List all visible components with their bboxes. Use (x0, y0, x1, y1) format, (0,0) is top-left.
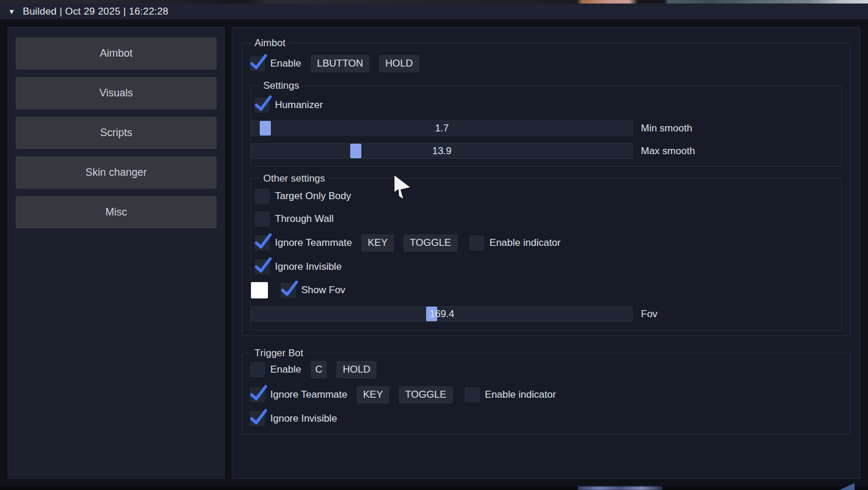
trigger-ignore-invisible-label: Ignore Invisible (270, 413, 337, 425)
aimbot-groupbox: Aimbot Enable LBUTTON HOLD Settings Huma… (242, 43, 850, 336)
humanizer-checkbox[interactable] (255, 98, 270, 113)
other-settings-group-title: Other settings (260, 173, 329, 185)
check-icon (281, 280, 298, 297)
main-panel: Aimbot Enable LBUTTON HOLD Settings Huma… (232, 27, 860, 479)
trigger-ignore-invisible-checkbox[interactable] (250, 411, 265, 426)
fov-label: Fov (641, 308, 657, 320)
aimbot-ignore-teammate-label: Ignore Teammate (275, 237, 352, 249)
aimbot-keymode-button[interactable]: HOLD (379, 55, 419, 72)
aimbot-enable-row: Enable LBUTTON HOLD (242, 55, 850, 72)
trigger-ignore-invisible-row: Ignore Invisible (242, 411, 850, 426)
min-smooth-slider-row: 1.7 Min smooth (251, 120, 841, 136)
through-wall-row: Through Wall (251, 211, 841, 227)
trigger-ignore-teammate-checkbox[interactable] (250, 387, 265, 402)
min-smooth-value: 1.7 (252, 121, 632, 135)
aimbot-ignore-invisible-row: Ignore Invisible (251, 259, 841, 274)
trigger-ignore-teammate-row: Ignore Teammate KEY TOGGLE Enable indica… (242, 386, 850, 404)
aimbot-enable-indicator-checkbox[interactable] (469, 235, 484, 251)
settings-group-title: Settings (260, 80, 302, 92)
sidebar-item-scripts[interactable]: Scripts (16, 117, 217, 149)
aimbot-ignore-invisible-label: Ignore Invisible (275, 261, 341, 273)
humanizer-row: Humanizer (251, 98, 841, 113)
cheat-menu-screen: { "titlebar": { "collapse_icon": "▼", "t… (0, 0, 868, 490)
max-smooth-value: 13.9 (252, 144, 632, 158)
trigger-keybind-button[interactable]: C (311, 361, 327, 378)
collapse-menu-icon[interactable]: ▼ (8, 8, 15, 16)
target-only-body-row: Target Only Body (251, 189, 841, 204)
aimbot-ignore-teammate-checkbox[interactable] (255, 235, 270, 251)
aimbot-enable-label: Enable (270, 58, 301, 69)
sidebar-item-aimbot[interactable]: Aimbot (16, 37, 217, 69)
show-fov-row: Show Fov (251, 282, 841, 298)
min-smooth-slider[interactable]: 1.7 (251, 120, 633, 136)
humanizer-label: Humanizer (275, 99, 323, 111)
check-icon (255, 257, 272, 274)
aimbot-ignore-invisible-checkbox[interactable] (255, 259, 270, 274)
max-smooth-label: Max smooth (641, 145, 695, 157)
trigger-enable-indicator-label: Enable indicator (485, 389, 556, 401)
game-background-corner-shape (839, 483, 855, 490)
trigger-bot-group-title: Trigger Bot (251, 347, 306, 359)
through-wall-label: Through Wall (275, 213, 333, 225)
trigger-enable-checkbox[interactable] (250, 362, 265, 377)
fov-color-swatch[interactable] (251, 282, 268, 298)
game-background-bottom-sliver (0, 486, 868, 490)
target-only-body-checkbox[interactable] (255, 189, 270, 204)
trigger-keymode-button[interactable]: HOLD (336, 361, 377, 378)
aimbot-ignore-teammate-keybind-button[interactable]: KEY (361, 234, 394, 252)
game-background-chat-sliver (578, 486, 663, 490)
titlebar: ▼ Builded | Oct 29 2025 | 16:22:28 (0, 4, 868, 19)
aimbot-ignore-teammate-keymode-button[interactable]: TOGGLE (403, 234, 458, 252)
aimbot-group-title: Aimbot (251, 37, 289, 49)
show-fov-label: Show Fov (301, 284, 346, 296)
max-smooth-slider[interactable]: 13.9 (251, 143, 633, 159)
check-icon (255, 95, 272, 112)
sidebar-item-misc[interactable]: Misc (16, 196, 217, 228)
aimbot-keybind-button[interactable]: LBUTTON (311, 55, 369, 72)
trigger-enable-label: Enable (270, 364, 301, 376)
aimbot-ignore-teammate-row: Ignore Teammate KEY TOGGLE Enable indica… (251, 234, 841, 252)
check-icon (250, 54, 267, 71)
settings-groupbox: Settings Humanizer 1.7 Min smooth 13.9 (250, 85, 842, 166)
fov-value: 169.4 (252, 307, 632, 321)
max-smooth-slider-row: 13.9 Max smooth (251, 143, 841, 159)
aimbot-enable-indicator-label: Enable indicator (490, 237, 561, 249)
sidebar-item-visuals[interactable]: Visuals (16, 77, 217, 109)
sidebar-item-skin-changer[interactable]: Skin changer (16, 157, 217, 189)
titlebar-title: Builded | Oct 29 2025 | 16:22:28 (23, 6, 169, 18)
trigger-bot-groupbox: Trigger Bot Enable C HOLD Ignore Teammat… (242, 353, 850, 435)
trigger-ignore-teammate-label: Ignore Teammate (270, 389, 347, 401)
trigger-enable-row: Enable C HOLD (242, 361, 850, 378)
target-only-body-label: Target Only Body (275, 190, 351, 202)
trigger-ignore-teammate-keymode-button[interactable]: TOGGLE (399, 386, 453, 404)
other-settings-groupbox: Other settings Target Only Body Through … (250, 178, 842, 330)
sidebar: Aimbot Visuals Scripts Skin changer Misc (8, 27, 225, 479)
fov-slider-row: 169.4 Fov (251, 306, 841, 322)
fov-slider[interactable]: 169.4 (251, 306, 633, 322)
trigger-enable-indicator-checkbox[interactable] (465, 387, 480, 402)
check-icon (255, 233, 272, 250)
aimbot-enable-checkbox[interactable] (250, 56, 265, 71)
trigger-ignore-teammate-keybind-button[interactable]: KEY (357, 386, 389, 404)
check-icon (250, 409, 267, 426)
min-smooth-label: Min smooth (641, 123, 692, 134)
through-wall-checkbox[interactable] (255, 211, 270, 227)
show-fov-checkbox[interactable] (281, 283, 296, 298)
check-icon (250, 385, 267, 402)
